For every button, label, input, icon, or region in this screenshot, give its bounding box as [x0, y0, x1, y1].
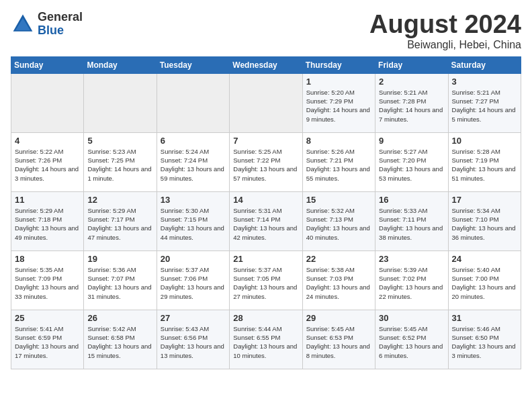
- day-cell: 4 Sunrise: 5:22 AMSunset: 7:26 PMDayligh…: [11, 132, 84, 191]
- day-info: Sunrise: 5:37 AMSunset: 7:06 PMDaylight:…: [161, 265, 226, 301]
- day-info: Sunrise: 5:21 AMSunset: 7:27 PMDaylight:…: [452, 88, 517, 124]
- day-cell: 28 Sunrise: 5:44 AMSunset: 6:55 PMDaylig…: [230, 310, 302, 369]
- logo-blue-text: Blue: [38, 24, 83, 38]
- day-cell: 31 Sunrise: 5:46 AMSunset: 6:50 PMDaylig…: [448, 310, 521, 369]
- day-number: 28: [233, 313, 298, 323]
- day-info: Sunrise: 5:29 AMSunset: 7:17 PMDaylight:…: [87, 206, 152, 242]
- day-number: 3: [452, 77, 517, 87]
- day-cell: [157, 73, 229, 132]
- month-title: August 2024: [369, 11, 521, 39]
- day-number: 9: [379, 136, 444, 146]
- day-info: Sunrise: 5:33 AMSunset: 7:11 PMDaylight:…: [379, 206, 444, 242]
- day-info: Sunrise: 5:41 AMSunset: 6:59 PMDaylight:…: [15, 324, 80, 360]
- location: Beiwangli, Hebei, China: [369, 39, 521, 51]
- day-cell: 2 Sunrise: 5:21 AMSunset: 7:28 PMDayligh…: [375, 73, 448, 132]
- day-number: 10: [452, 136, 517, 146]
- day-info: Sunrise: 5:23 AMSunset: 7:25 PMDaylight:…: [87, 147, 152, 183]
- day-cell: 26 Sunrise: 5:42 AMSunset: 6:58 PMDaylig…: [84, 310, 157, 369]
- day-info: Sunrise: 5:27 AMSunset: 7:20 PMDaylight:…: [379, 147, 444, 183]
- logo: General Blue: [11, 11, 83, 38]
- day-info: Sunrise: 5:42 AMSunset: 6:58 PMDaylight:…: [87, 324, 152, 360]
- day-cell: [230, 73, 302, 132]
- day-number: 8: [306, 136, 371, 146]
- header-thursday: Thursday: [302, 56, 375, 73]
- day-cell: 17 Sunrise: 5:34 AMSunset: 7:10 PMDaylig…: [448, 191, 521, 250]
- day-cell: 13 Sunrise: 5:30 AMSunset: 7:15 PMDaylig…: [157, 191, 229, 250]
- day-info: Sunrise: 5:35 AMSunset: 7:09 PMDaylight:…: [15, 265, 80, 301]
- day-number: 24: [452, 254, 517, 264]
- day-info: Sunrise: 5:32 AMSunset: 7:13 PMDaylight:…: [306, 206, 371, 242]
- day-info: Sunrise: 5:37 AMSunset: 7:05 PMDaylight:…: [233, 265, 298, 301]
- day-info: Sunrise: 5:31 AMSunset: 7:14 PMDaylight:…: [233, 206, 298, 242]
- day-info: Sunrise: 5:36 AMSunset: 7:07 PMDaylight:…: [87, 265, 152, 301]
- logo-general-text: General: [38, 11, 83, 24]
- day-info: Sunrise: 5:24 AMSunset: 7:24 PMDaylight:…: [161, 147, 226, 183]
- week-row-5: 25 Sunrise: 5:41 AMSunset: 6:59 PMDaylig…: [11, 310, 521, 369]
- day-number: 15: [306, 195, 371, 205]
- day-cell: 29 Sunrise: 5:45 AMSunset: 6:53 PMDaylig…: [302, 310, 375, 369]
- day-number: 6: [161, 136, 226, 146]
- header-tuesday: Tuesday: [157, 56, 229, 73]
- day-cell: 12 Sunrise: 5:29 AMSunset: 7:17 PMDaylig…: [84, 191, 157, 250]
- day-cell: 20 Sunrise: 5:37 AMSunset: 7:06 PMDaylig…: [157, 250, 229, 310]
- day-number: 11: [15, 195, 80, 205]
- day-cell: 10 Sunrise: 5:28 AMSunset: 7:19 PMDaylig…: [448, 132, 521, 191]
- day-number: 21: [233, 254, 298, 264]
- day-cell: 15 Sunrise: 5:32 AMSunset: 7:13 PMDaylig…: [302, 191, 375, 250]
- day-cell: 6 Sunrise: 5:24 AMSunset: 7:24 PMDayligh…: [157, 132, 229, 191]
- day-info: Sunrise: 5:45 AMSunset: 6:52 PMDaylight:…: [379, 324, 444, 360]
- day-number: 20: [161, 254, 226, 264]
- day-info: Sunrise: 5:45 AMSunset: 6:53 PMDaylight:…: [306, 324, 371, 360]
- day-cell: 16 Sunrise: 5:33 AMSunset: 7:11 PMDaylig…: [375, 191, 448, 250]
- day-info: Sunrise: 5:43 AMSunset: 6:56 PMDaylight:…: [161, 324, 226, 360]
- day-number: 31: [452, 313, 517, 323]
- day-number: 12: [87, 195, 152, 205]
- day-info: Sunrise: 5:44 AMSunset: 6:55 PMDaylight:…: [233, 324, 298, 360]
- day-cell: 18 Sunrise: 5:35 AMSunset: 7:09 PMDaylig…: [11, 250, 84, 310]
- day-cell: 5 Sunrise: 5:23 AMSunset: 7:25 PMDayligh…: [84, 132, 157, 191]
- day-info: Sunrise: 5:30 AMSunset: 7:15 PMDaylight:…: [161, 206, 226, 242]
- day-number: 5: [87, 136, 152, 146]
- day-cell: 22 Sunrise: 5:38 AMSunset: 7:03 PMDaylig…: [302, 250, 375, 310]
- week-row-1: 1 Sunrise: 5:20 AMSunset: 7:29 PMDayligh…: [11, 73, 521, 132]
- day-info: Sunrise: 5:21 AMSunset: 7:28 PMDaylight:…: [379, 88, 444, 124]
- day-number: 30: [379, 313, 444, 323]
- day-number: 4: [15, 136, 80, 146]
- day-cell: 1 Sunrise: 5:20 AMSunset: 7:29 PMDayligh…: [302, 73, 375, 132]
- day-number: 1: [306, 77, 371, 87]
- day-info: Sunrise: 5:39 AMSunset: 7:02 PMDaylight:…: [379, 265, 444, 301]
- day-number: 14: [233, 195, 298, 205]
- day-cell: 3 Sunrise: 5:21 AMSunset: 7:27 PMDayligh…: [448, 73, 521, 132]
- day-cell: [11, 73, 84, 132]
- day-cell: 11 Sunrise: 5:29 AMSunset: 7:18 PMDaylig…: [11, 191, 84, 250]
- day-cell: 25 Sunrise: 5:41 AMSunset: 6:59 PMDaylig…: [11, 310, 84, 369]
- calendar-table: SundayMondayTuesdayWednesdayThursdayFrid…: [11, 56, 521, 369]
- week-row-2: 4 Sunrise: 5:22 AMSunset: 7:26 PMDayligh…: [11, 132, 521, 191]
- day-cell: 23 Sunrise: 5:39 AMSunset: 7:02 PMDaylig…: [375, 250, 448, 310]
- day-cell: [84, 73, 157, 132]
- day-info: Sunrise: 5:20 AMSunset: 7:29 PMDaylight:…: [306, 88, 371, 124]
- header-saturday: Saturday: [448, 56, 521, 73]
- day-cell: 27 Sunrise: 5:43 AMSunset: 6:56 PMDaylig…: [157, 310, 229, 369]
- week-row-3: 11 Sunrise: 5:29 AMSunset: 7:18 PMDaylig…: [11, 191, 521, 250]
- day-info: Sunrise: 5:38 AMSunset: 7:03 PMDaylight:…: [306, 265, 371, 301]
- day-cell: 14 Sunrise: 5:31 AMSunset: 7:14 PMDaylig…: [230, 191, 302, 250]
- day-number: 7: [233, 136, 298, 146]
- page-header: General Blue August 2024 Beiwangli, Hebe…: [11, 11, 521, 51]
- day-info: Sunrise: 5:28 AMSunset: 7:19 PMDaylight:…: [452, 147, 517, 183]
- logo-icon: [11, 12, 35, 36]
- day-info: Sunrise: 5:46 AMSunset: 6:50 PMDaylight:…: [452, 324, 517, 360]
- day-cell: 30 Sunrise: 5:45 AMSunset: 6:52 PMDaylig…: [375, 310, 448, 369]
- day-number: 13: [161, 195, 226, 205]
- day-cell: 9 Sunrise: 5:27 AMSunset: 7:20 PMDayligh…: [375, 132, 448, 191]
- day-info: Sunrise: 5:40 AMSunset: 7:00 PMDaylight:…: [452, 265, 517, 301]
- day-info: Sunrise: 5:22 AMSunset: 7:26 PMDaylight:…: [15, 147, 80, 183]
- header-monday: Monday: [84, 56, 157, 73]
- day-number: 29: [306, 313, 371, 323]
- day-info: Sunrise: 5:25 AMSunset: 7:22 PMDaylight:…: [233, 147, 298, 183]
- day-cell: 8 Sunrise: 5:26 AMSunset: 7:21 PMDayligh…: [302, 132, 375, 191]
- day-number: 23: [379, 254, 444, 264]
- title-block: August 2024 Beiwangli, Hebei, China: [369, 11, 521, 51]
- day-number: 22: [306, 254, 371, 264]
- day-info: Sunrise: 5:26 AMSunset: 7:21 PMDaylight:…: [306, 147, 371, 183]
